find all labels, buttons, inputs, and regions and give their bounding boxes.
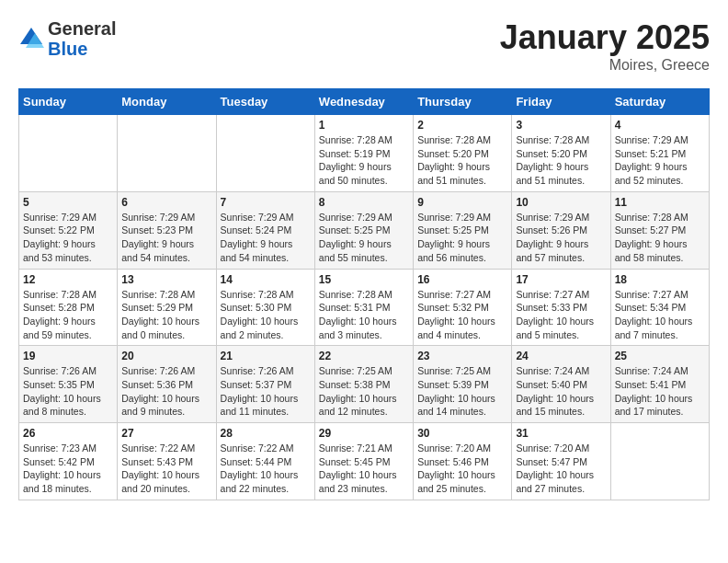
day-info: Sunrise: 7:25 AM Sunset: 5:38 PM Dayligh… — [319, 364, 409, 419]
day-number: 29 — [319, 427, 409, 440]
day-number: 30 — [417, 427, 507, 440]
day-cell — [216, 115, 314, 192]
day-info: Sunrise: 7:22 AM Sunset: 5:44 PM Dayligh… — [221, 442, 311, 496]
day-info: Sunrise: 7:27 AM Sunset: 5:33 PM Dayligh… — [516, 288, 606, 342]
day-cell: 26Sunrise: 7:23 AM Sunset: 5:42 PM Dayli… — [19, 423, 118, 500]
day-info: Sunrise: 7:20 AM Sunset: 5:46 PM Dayligh… — [417, 442, 507, 496]
day-cell: 9Sunrise: 7:29 AM Sunset: 5:25 PM Daylig… — [414, 191, 512, 269]
day-cell: 3Sunrise: 7:28 AM Sunset: 5:20 PM Daylig… — [512, 115, 610, 192]
calendar-table: SundayMondayTuesdayWednesdayThursdayFrid… — [18, 88, 710, 500]
weekday-header-wednesday: Wednesday — [314, 89, 413, 115]
day-cell: 2Sunrise: 7:28 AM Sunset: 5:20 PM Daylig… — [414, 115, 512, 192]
day-cell: 22Sunrise: 7:25 AM Sunset: 5:38 PM Dayli… — [314, 346, 413, 423]
weekday-header-saturday: Saturday — [610, 89, 709, 115]
day-number: 14 — [221, 273, 311, 286]
day-info: Sunrise: 7:28 AM Sunset: 5:30 PM Dayligh… — [221, 288, 311, 342]
day-number: 24 — [516, 350, 606, 362]
day-cell: 19Sunrise: 7:26 AM Sunset: 5:35 PM Dayli… — [19, 346, 118, 423]
day-info: Sunrise: 7:26 AM Sunset: 5:37 PM Dayligh… — [221, 364, 311, 419]
day-cell: 30Sunrise: 7:20 AM Sunset: 5:46 PM Dayli… — [414, 423, 512, 500]
logo-general-text: General — [48, 18, 116, 39]
day-number: 22 — [319, 350, 409, 362]
day-number: 19 — [23, 350, 113, 362]
day-cell: 25Sunrise: 7:24 AM Sunset: 5:41 PM Dayli… — [610, 346, 709, 423]
day-cell: 7Sunrise: 7:29 AM Sunset: 5:24 PM Daylig… — [216, 191, 314, 269]
logo-blue-text: Blue — [48, 39, 87, 59]
day-cell: 8Sunrise: 7:29 AM Sunset: 5:25 PM Daylig… — [314, 191, 413, 269]
weekday-header-row: SundayMondayTuesdayWednesdayThursdayFrid… — [19, 89, 710, 115]
day-cell: 17Sunrise: 7:27 AM Sunset: 5:33 PM Dayli… — [512, 269, 610, 346]
day-number: 26 — [23, 427, 113, 440]
day-cell: 6Sunrise: 7:29 AM Sunset: 5:23 PM Daylig… — [118, 191, 216, 269]
day-number: 16 — [417, 273, 507, 286]
day-info: Sunrise: 7:26 AM Sunset: 5:36 PM Dayligh… — [121, 364, 211, 419]
day-number: 8 — [319, 196, 409, 209]
day-info: Sunrise: 7:22 AM Sunset: 5:43 PM Dayligh… — [121, 442, 211, 496]
day-info: Sunrise: 7:29 AM Sunset: 5:25 PM Dayligh… — [319, 211, 409, 265]
day-number: 23 — [417, 350, 507, 362]
day-number: 1 — [319, 119, 409, 132]
calendar-title: January 2025 — [500, 18, 710, 57]
day-cell: 15Sunrise: 7:28 AM Sunset: 5:31 PM Dayli… — [314, 269, 413, 346]
day-info: Sunrise: 7:28 AM Sunset: 5:20 PM Dayligh… — [516, 133, 606, 188]
page-header: General Blue January 2025 Moires, Greece — [18, 18, 710, 74]
weekday-header-monday: Monday — [118, 89, 216, 115]
day-info: Sunrise: 7:28 AM Sunset: 5:28 PM Dayligh… — [23, 288, 113, 342]
day-cell: 21Sunrise: 7:26 AM Sunset: 5:37 PM Dayli… — [216, 346, 314, 423]
day-number: 17 — [516, 273, 606, 286]
week-row-4: 19Sunrise: 7:26 AM Sunset: 5:35 PM Dayli… — [19, 346, 710, 423]
week-row-1: 1Sunrise: 7:28 AM Sunset: 5:19 PM Daylig… — [19, 115, 710, 192]
day-number: 7 — [221, 196, 311, 209]
day-info: Sunrise: 7:27 AM Sunset: 5:32 PM Dayligh… — [417, 288, 507, 342]
day-info: Sunrise: 7:25 AM Sunset: 5:39 PM Dayligh… — [417, 364, 507, 419]
weekday-header-friday: Friday — [512, 89, 610, 115]
day-info: Sunrise: 7:24 AM Sunset: 5:40 PM Dayligh… — [516, 364, 606, 419]
day-cell: 5Sunrise: 7:29 AM Sunset: 5:22 PM Daylig… — [19, 191, 118, 269]
day-number: 11 — [615, 196, 705, 209]
day-cell: 16Sunrise: 7:27 AM Sunset: 5:32 PM Dayli… — [414, 269, 512, 346]
day-cell: 29Sunrise: 7:21 AM Sunset: 5:45 PM Dayli… — [314, 423, 413, 500]
weekday-header-sunday: Sunday — [19, 89, 118, 115]
day-cell: 13Sunrise: 7:28 AM Sunset: 5:29 PM Dayli… — [118, 269, 216, 346]
day-cell: 24Sunrise: 7:24 AM Sunset: 5:40 PM Dayli… — [512, 346, 610, 423]
day-number: 13 — [121, 273, 211, 286]
day-number: 21 — [221, 350, 311, 362]
title-block: January 2025 Moires, Greece — [500, 18, 710, 74]
day-info: Sunrise: 7:29 AM Sunset: 5:25 PM Dayligh… — [417, 211, 507, 265]
day-info: Sunrise: 7:29 AM Sunset: 5:24 PM Dayligh… — [221, 211, 311, 265]
day-cell: 14Sunrise: 7:28 AM Sunset: 5:30 PM Dayli… — [216, 269, 314, 346]
week-row-5: 26Sunrise: 7:23 AM Sunset: 5:42 PM Dayli… — [19, 423, 710, 500]
day-number: 3 — [516, 119, 606, 132]
day-cell: 11Sunrise: 7:28 AM Sunset: 5:27 PM Dayli… — [610, 191, 709, 269]
day-number: 27 — [121, 427, 211, 440]
day-info: Sunrise: 7:28 AM Sunset: 5:31 PM Dayligh… — [319, 288, 409, 342]
day-cell: 31Sunrise: 7:20 AM Sunset: 5:47 PM Dayli… — [512, 423, 610, 500]
day-number: 31 — [516, 427, 606, 440]
calendar-subtitle: Moires, Greece — [500, 57, 710, 74]
day-cell: 28Sunrise: 7:22 AM Sunset: 5:44 PM Dayli… — [216, 423, 314, 500]
day-number: 12 — [23, 273, 113, 286]
day-number: 10 — [516, 196, 606, 209]
day-number: 25 — [615, 350, 705, 362]
day-cell — [19, 115, 118, 192]
day-number: 18 — [615, 273, 705, 286]
day-number: 20 — [121, 350, 211, 362]
day-info: Sunrise: 7:27 AM Sunset: 5:34 PM Dayligh… — [615, 288, 705, 342]
day-cell: 4Sunrise: 7:29 AM Sunset: 5:21 PM Daylig… — [610, 115, 709, 192]
day-number: 28 — [221, 427, 311, 440]
day-info: Sunrise: 7:29 AM Sunset: 5:22 PM Dayligh… — [23, 211, 113, 265]
day-cell: 12Sunrise: 7:28 AM Sunset: 5:28 PM Dayli… — [19, 269, 118, 346]
day-number: 4 — [615, 119, 705, 132]
day-cell: 1Sunrise: 7:28 AM Sunset: 5:19 PM Daylig… — [314, 115, 413, 192]
day-cell — [118, 115, 216, 192]
day-number: 2 — [417, 119, 507, 132]
day-cell: 27Sunrise: 7:22 AM Sunset: 5:43 PM Dayli… — [118, 423, 216, 500]
day-info: Sunrise: 7:28 AM Sunset: 5:20 PM Dayligh… — [417, 133, 507, 188]
day-cell: 10Sunrise: 7:29 AM Sunset: 5:26 PM Dayli… — [512, 191, 610, 269]
day-cell — [610, 423, 709, 500]
logo: General Blue — [18, 18, 116, 59]
day-number: 15 — [319, 273, 409, 286]
day-info: Sunrise: 7:23 AM Sunset: 5:42 PM Dayligh… — [23, 442, 113, 496]
day-number: 6 — [121, 196, 211, 209]
day-info: Sunrise: 7:28 AM Sunset: 5:19 PM Dayligh… — [319, 133, 409, 188]
